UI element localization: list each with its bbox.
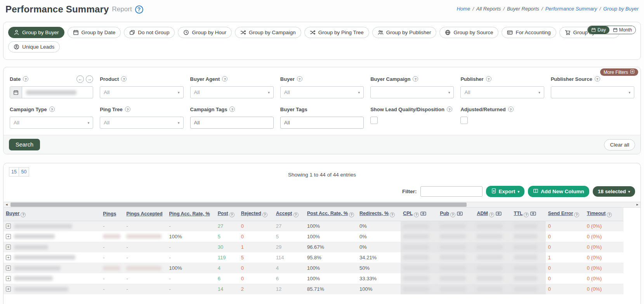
filter-select[interactable]: All▾	[100, 86, 183, 98]
column-header-adm[interactable]: ADM?	[474, 208, 511, 221]
column-header-timeout[interactable]: Timeout?	[585, 208, 623, 221]
group-button-group-by-ping-tree[interactable]: Group by Ping Tree	[304, 27, 369, 38]
columns-selected-dropdown[interactable]: 18 selected ▾	[593, 186, 635, 197]
question-help-icon[interactable]: ?	[450, 212, 455, 217]
column-header-send_error[interactable]: Send Error?	[546, 208, 585, 221]
column-header-post_acc_rate[interactable]: Post Acc. Rate, %?	[305, 208, 357, 221]
filter-select[interactable]: All▾	[460, 86, 544, 98]
question-help-icon[interactable]: ?	[23, 76, 28, 82]
question-help-icon[interactable]: ?	[414, 212, 419, 217]
group-button-for-accounting[interactable]: For Accounting	[502, 27, 556, 38]
question-help-icon[interactable]: ?	[607, 212, 612, 217]
question-help-icon[interactable]: ?	[222, 76, 227, 82]
date-range-input[interactable]	[10, 86, 93, 98]
question-help-icon[interactable]: ?	[489, 212, 494, 217]
prev-date-button[interactable]: ←	[76, 75, 84, 83]
question-help-icon[interactable]: ?	[125, 107, 130, 112]
filter-select[interactable]: All▾	[190, 86, 274, 98]
question-help-icon[interactable]: ?	[413, 76, 418, 82]
cell-pings_accepted: -	[124, 221, 167, 231]
question-help-icon[interactable]: ?	[229, 212, 234, 217]
expand-row-icon[interactable]: +	[6, 276, 11, 281]
more-filters-button[interactable]: More Filters	[600, 68, 638, 76]
filter-tags-input[interactable]	[280, 117, 364, 129]
group-button-group-by-hour[interactable]: Group by Hour	[178, 27, 232, 38]
money-icon[interactable]	[420, 211, 426, 217]
column-header-ping_acc_rate[interactable]: Ping Acc. Rate, %	[167, 208, 215, 221]
filter-select[interactable]: All▾	[100, 117, 183, 129]
group-button-group-by-date[interactable]: Group by Date	[68, 27, 121, 38]
question-help-icon[interactable]: ?	[121, 76, 127, 82]
filter-checkbox[interactable]	[370, 117, 378, 124]
column-header-pub[interactable]: Pub?	[437, 208, 474, 221]
search-button[interactable]: Search	[9, 139, 40, 150]
add-new-column-button[interactable]: Add New Column	[528, 186, 589, 197]
money-icon[interactable]	[530, 211, 536, 217]
scrollbar-thumb[interactable]	[10, 203, 467, 207]
group-button-group-by-campaign[interactable]: Group by Campaign	[235, 27, 301, 38]
filter-input[interactable]	[420, 186, 483, 197]
expand-row-icon[interactable]: +	[6, 255, 11, 260]
breadcrumb-item[interactable]: Performance Summary	[545, 6, 597, 12]
money-icon[interactable]	[496, 211, 502, 217]
column-header-accept[interactable]: Accept?	[274, 208, 305, 221]
column-header-redirects[interactable]: Redirects, %?	[357, 208, 401, 221]
next-date-button[interactable]: →	[86, 75, 93, 83]
scrollbar-track[interactable]	[10, 202, 634, 207]
group-button-do-not-group[interactable]: Do not Group	[124, 27, 175, 38]
help-icon[interactable]: ?	[135, 5, 143, 14]
question-help-icon[interactable]: ?	[447, 107, 452, 112]
column-header-cpl[interactable]: CPL?	[401, 208, 437, 221]
group-button-group-by-source[interactable]: Group by Source	[439, 27, 498, 38]
filter-select[interactable]: ▾	[370, 86, 454, 98]
column-header-rejected[interactable]: Rejected?	[239, 208, 274, 221]
question-help-icon[interactable]: ?	[524, 212, 529, 217]
group-button-group-by-publisher[interactable]: Group by Publisher	[372, 27, 437, 38]
question-help-icon[interactable]: ?	[508, 107, 514, 112]
export-button[interactable]: Export ▾	[486, 186, 524, 197]
filter-select[interactable]: All▾	[10, 117, 93, 129]
period-label: Month	[619, 27, 632, 33]
period-button-month[interactable]: Month	[609, 26, 635, 34]
expand-row-icon[interactable]: +	[6, 266, 11, 271]
question-help-icon[interactable]: ?	[293, 212, 299, 217]
filter-tags-input[interactable]	[190, 117, 274, 129]
breadcrumb-item[interactable]: Group by Buyer	[603, 6, 639, 12]
question-help-icon[interactable]: ?	[49, 107, 55, 112]
column-header-pings_accepted[interactable]: Pings Accepted	[124, 208, 167, 221]
question-help-icon[interactable]: ?	[229, 107, 235, 112]
question-help-icon[interactable]: ?	[390, 212, 395, 217]
question-help-icon[interactable]: ?	[297, 76, 302, 82]
question-help-icon[interactable]: ?	[21, 212, 26, 217]
group-button-unique-leads[interactable]: Unique Leads	[8, 41, 60, 52]
filter-checkbox[interactable]	[460, 117, 468, 124]
question-help-icon[interactable]: ?	[262, 212, 267, 217]
question-help-icon[interactable]: ?	[486, 76, 491, 82]
expand-row-icon[interactable]: +	[6, 234, 11, 239]
expand-row-icon[interactable]: +	[6, 224, 11, 229]
clear-all-button[interactable]: Clear all	[604, 139, 635, 150]
cell-pub	[437, 252, 474, 263]
money-icon[interactable]	[457, 211, 463, 217]
breadcrumb-item[interactable]: Home	[457, 6, 470, 12]
column-header-ttl[interactable]: TTL?	[512, 208, 546, 221]
filter-select[interactable]: ▾	[551, 86, 634, 98]
excel-file-icon	[491, 188, 496, 195]
column-header-buyer[interactable]: Buyer?	[3, 208, 101, 221]
filter-select[interactable]: All▾	[280, 86, 364, 98]
scroll-right-arrow[interactable]: ►	[634, 203, 641, 206]
expand-row-icon[interactable]: +	[6, 245, 11, 250]
group-button-group-by-buyer[interactable]: Group by Buyer	[8, 27, 64, 38]
cell-cpl	[401, 242, 437, 252]
column-header-pings[interactable]: Pings	[101, 208, 124, 221]
period-button-day[interactable]: Day	[588, 26, 609, 34]
column-header-post[interactable]: Post?	[215, 208, 239, 221]
question-help-icon[interactable]: ?	[595, 76, 600, 82]
page-size-15[interactable]: 15	[9, 167, 19, 176]
scroll-left-arrow[interactable]: ◄	[3, 203, 10, 206]
cell-send_error: 0	[546, 284, 585, 294]
expand-row-icon[interactable]: +	[6, 287, 11, 292]
question-help-icon[interactable]: ?	[349, 212, 354, 217]
question-help-icon[interactable]: ?	[574, 212, 579, 217]
page-size-50[interactable]: 50	[19, 167, 29, 176]
